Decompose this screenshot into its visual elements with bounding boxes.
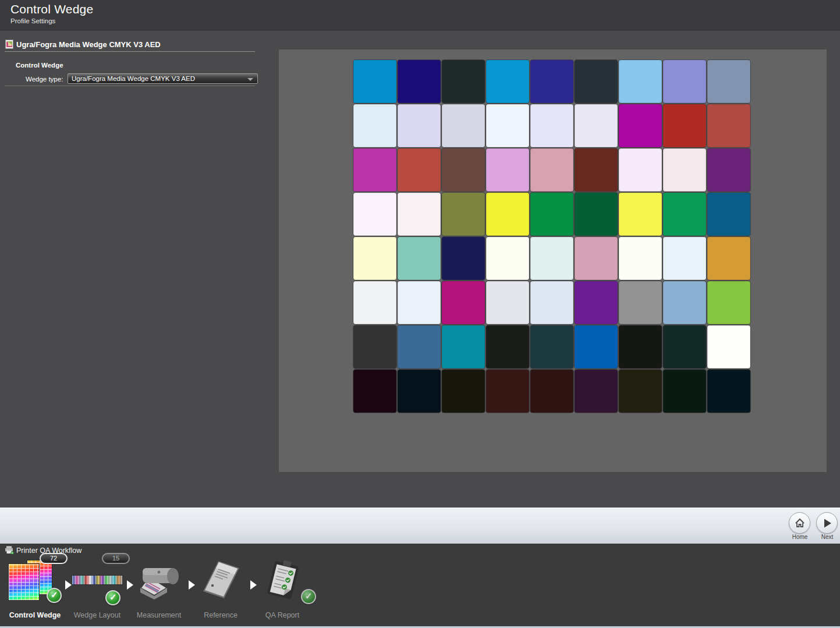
color-swatch xyxy=(575,281,618,324)
home-button-caption: Home xyxy=(787,534,813,540)
color-swatch xyxy=(353,237,396,280)
color-swatch xyxy=(398,148,441,191)
color-swatch xyxy=(619,104,662,147)
color-swatch xyxy=(398,104,441,147)
color-swatch xyxy=(575,370,618,413)
workflow-step-measurement[interactable]: Measurement xyxy=(129,559,189,624)
color-swatch xyxy=(619,193,662,236)
color-swatch xyxy=(663,104,706,147)
color-swatch xyxy=(398,281,441,324)
color-swatch xyxy=(575,60,618,103)
color-swatch xyxy=(398,60,441,103)
color-swatch xyxy=(707,148,750,191)
workflow-step-label: Control Wedge xyxy=(0,611,71,619)
navigation-bar: Home Next xyxy=(0,508,840,544)
color-swatch xyxy=(353,193,396,236)
color-swatch xyxy=(353,60,396,103)
control-wedge-section-title: Control Wedge xyxy=(16,62,63,69)
color-swatch xyxy=(707,60,750,103)
color-swatch xyxy=(707,104,750,147)
home-icon xyxy=(794,517,806,529)
color-swatch xyxy=(530,193,573,236)
color-swatch xyxy=(398,193,441,236)
color-swatch xyxy=(707,193,750,236)
color-swatch xyxy=(530,104,573,147)
strip-count-badge: 15 xyxy=(102,553,130,564)
color-swatch xyxy=(530,237,573,280)
color-swatch xyxy=(575,193,618,236)
color-swatch xyxy=(575,237,618,280)
color-swatch xyxy=(486,60,529,103)
color-swatch xyxy=(619,281,662,324)
color-swatch xyxy=(486,148,529,191)
completed-check-icon xyxy=(47,588,62,603)
color-swatch xyxy=(442,104,485,147)
color-swatch xyxy=(442,325,485,368)
reference-document-icon xyxy=(190,559,251,601)
color-swatch xyxy=(398,237,441,280)
color-swatch xyxy=(663,325,706,368)
color-swatch xyxy=(442,281,485,324)
color-swatch xyxy=(619,148,662,191)
color-swatch xyxy=(707,237,750,280)
color-swatch xyxy=(353,281,396,324)
color-swatch xyxy=(530,325,573,368)
color-swatch xyxy=(353,370,396,413)
workflow-step-reference[interactable]: Reference xyxy=(190,559,251,624)
color-swatch xyxy=(619,60,662,103)
printer-small-icon xyxy=(5,546,14,554)
wedge-type-select[interactable]: Ugra/Fogra Media Wedge CMYK V3 AED xyxy=(68,73,258,84)
workflow-step-wedge-layout[interactable]: 15 Wedge Layout xyxy=(67,559,127,624)
color-swatch xyxy=(707,370,750,413)
color-swatch xyxy=(442,237,485,280)
workflow-step-qa-report[interactable]: QA Report xyxy=(252,559,313,624)
color-swatch xyxy=(486,104,529,147)
measurement-printer-icon xyxy=(129,559,189,601)
color-swatch xyxy=(486,370,529,413)
color-swatch xyxy=(442,370,485,413)
panel-separator xyxy=(5,86,255,86)
wedge-preview-panel xyxy=(279,49,827,472)
color-swatch xyxy=(575,104,618,147)
color-swatch xyxy=(530,281,573,324)
color-swatch xyxy=(353,148,396,191)
patch-count-badge: 72 xyxy=(40,553,68,564)
page-header: Control Wedge Profile Settings xyxy=(0,0,840,31)
color-swatch xyxy=(619,237,662,280)
color-swatch xyxy=(530,148,573,191)
play-next-icon xyxy=(821,517,833,529)
color-swatch xyxy=(663,370,706,413)
color-swatch xyxy=(486,281,529,324)
color-strip-icon xyxy=(67,559,127,601)
color-swatch xyxy=(442,60,485,103)
color-swatch xyxy=(707,281,750,324)
color-swatch xyxy=(663,60,706,103)
page-subtitle: Profile Settings xyxy=(10,17,55,24)
color-swatch xyxy=(575,148,618,191)
workflow-step-control-wedge[interactable]: 72 Control Wedge xyxy=(5,559,65,624)
color-swatch xyxy=(442,193,485,236)
next-button[interactable] xyxy=(816,512,838,534)
heading-separator xyxy=(5,51,255,52)
workflow-step-label: QA Report xyxy=(246,611,318,619)
color-swatch xyxy=(486,325,529,368)
workflow-bar: Printer QA Workflow 72 Control Wedge 15 … xyxy=(0,544,840,628)
color-swatch xyxy=(398,325,441,368)
color-swatch xyxy=(575,325,618,368)
wedge-type-label: Wedge type: xyxy=(26,76,63,83)
home-button[interactable] xyxy=(789,512,810,534)
color-swatch xyxy=(530,370,573,413)
color-swatch xyxy=(619,325,662,368)
color-swatch xyxy=(707,325,750,368)
color-swatch xyxy=(530,60,573,103)
color-document-icon xyxy=(5,40,14,49)
qa-clipboard-icon xyxy=(252,559,313,601)
color-swatch xyxy=(486,237,529,280)
swatch-grid xyxy=(353,60,750,413)
color-swatch xyxy=(663,281,706,324)
wedge-heading: Ugra/Fogra Media Wedge CMYK V3 AED xyxy=(16,40,161,49)
color-swatch xyxy=(663,237,706,280)
completed-check-icon xyxy=(301,589,316,604)
color-swatch xyxy=(663,193,706,236)
color-swatch xyxy=(486,193,529,236)
